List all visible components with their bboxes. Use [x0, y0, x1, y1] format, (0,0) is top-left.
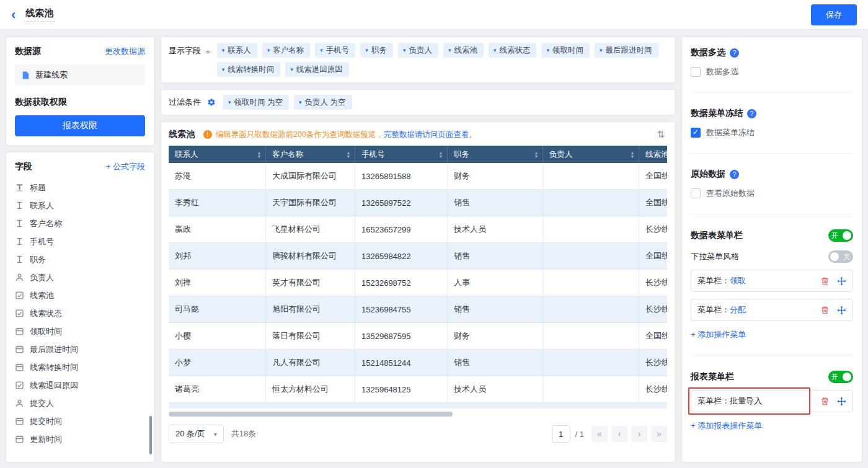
datasource-item[interactable]: 新建线索	[15, 64, 145, 86]
save-button[interactable]: 保存	[811, 4, 857, 25]
column-header[interactable]: 手机号▴▾	[355, 146, 448, 163]
menu-bar-item[interactable]: 菜单栏：领取	[691, 270, 853, 292]
scrollbar-thumb[interactable]	[149, 416, 152, 454]
raw-data-checkbox-row[interactable]: 查看原始数据	[691, 188, 853, 199]
table-row[interactable]: 小梦凡人有限公司15214851244销售长沙线索池	[169, 350, 667, 376]
column-header[interactable]: 职务▴▾	[448, 146, 543, 163]
table-row[interactable]: 李秀红天宇国际有限公司13265897522销售全国线索池	[169, 190, 667, 216]
field-item[interactable]: 提交时间	[15, 412, 145, 430]
table-menu-toggle[interactable]: 开	[828, 229, 853, 242]
page-number-input[interactable]: 1	[552, 425, 570, 443]
field-item[interactable]: 线索转换时间	[15, 358, 145, 376]
prev-page-button[interactable]: ‹	[611, 426, 627, 442]
column-header[interactable]: 联系人▴▾	[169, 146, 266, 163]
add-action-menu-link[interactable]: + 添加操作菜单	[691, 329, 746, 340]
next-page-button[interactable]: ›	[631, 426, 647, 442]
field-chip[interactable]: ▾线索退回原因	[285, 62, 349, 77]
field-chip[interactable]: ▾联系人	[217, 43, 257, 58]
column-header[interactable]: 客户名称▴▾	[266, 146, 355, 163]
column-header[interactable]: 负责人▴▾	[543, 146, 639, 163]
back-button[interactable]: ‹	[11, 8, 16, 22]
column-header[interactable]: 线索池▴▾	[639, 146, 667, 163]
field-chip[interactable]: ▾客户名称	[262, 43, 311, 58]
field-chip[interactable]: ▾线索转换时间	[217, 62, 281, 77]
multi-select-checkbox[interactable]	[691, 67, 701, 77]
dropdown-style-toggle[interactable]: 关	[828, 250, 853, 263]
table-row[interactable]: 刘禅英才有限公司15232698752人事长沙线索池	[169, 270, 667, 296]
field-item[interactable]: 线索池	[15, 286, 145, 304]
first-page-button[interactable]: «	[591, 426, 608, 442]
menu-freeze-checkbox[interactable]	[691, 128, 701, 138]
raw-data-checkbox[interactable]	[691, 188, 701, 198]
field-item[interactable]: 更新时间	[15, 430, 145, 448]
column-sort-icon[interactable]: ▴▾	[347, 151, 350, 159]
chip-label: 线索转换时间	[228, 64, 274, 75]
chip-label: 线索状态	[499, 45, 530, 56]
table-row[interactable]: 小樱落日有限公司13529687595财务全国线索池	[169, 323, 667, 350]
field-chip[interactable]: ▾负责人	[398, 43, 438, 58]
move-icon[interactable]	[837, 397, 846, 406]
move-icon[interactable]	[837, 306, 846, 315]
field-item[interactable]: 联系人	[15, 196, 145, 214]
field-chip[interactable]: ▾手机号	[315, 43, 355, 58]
gear-icon[interactable]	[207, 98, 216, 107]
table-cell: 销售	[448, 350, 543, 376]
help-icon[interactable]: ?	[730, 170, 739, 179]
field-chip[interactable]: ▾线索池	[443, 43, 484, 58]
field-item[interactable]: 手机号	[15, 232, 145, 250]
column-sort-icon[interactable]: ▴▾	[631, 151, 634, 159]
trash-icon[interactable]	[820, 306, 830, 315]
field-item[interactable]: 线索退回原因	[15, 376, 145, 394]
menu-bar-item[interactable]: 菜单栏：分配	[691, 299, 853, 321]
trash-icon[interactable]	[820, 276, 830, 286]
table-row[interactable]: 司马懿旭阳有限公司15236984755销售长沙线索池	[169, 296, 667, 323]
field-item[interactable]: 负责人	[15, 268, 145, 286]
notice-link[interactable]: 完整数据请访问页面查看。	[384, 130, 477, 140]
page-title[interactable]: 线索池	[24, 7, 55, 22]
last-page-button[interactable]: »	[651, 426, 667, 442]
person-icon	[15, 399, 24, 408]
help-icon[interactable]: ?	[730, 48, 739, 58]
h-scrollbar[interactable]	[169, 412, 667, 417]
move-icon[interactable]	[837, 276, 846, 286]
field-item[interactable]: 线索状态	[15, 304, 145, 322]
field-item-label: 线索池	[30, 290, 54, 301]
field-item[interactable]: 最后跟进时间	[15, 340, 145, 358]
sort-order-icon[interactable]: ⇅	[654, 129, 667, 140]
column-sort-icon[interactable]: ▴▾	[258, 151, 260, 159]
change-datasource-link[interactable]: 更改数据源	[105, 46, 145, 57]
field-chip[interactable]: ▾领取时间 为空	[223, 95, 289, 110]
field-item[interactable]: 职务	[15, 250, 145, 268]
field-chip[interactable]: ▾领取时间	[541, 43, 590, 58]
field-chip[interactable]: ▾线索状态	[489, 43, 537, 58]
table-cell: 长沙线索池	[639, 350, 667, 376]
calendar-icon	[15, 417, 24, 426]
field-item[interactable]: 客户名称	[15, 214, 145, 232]
table-cell: 15232698752	[355, 270, 448, 296]
report-permission-button[interactable]: 报表权限	[15, 115, 145, 136]
menu-freeze-checkbox-row[interactable]: 数据菜单冻结	[691, 127, 853, 138]
table-row[interactable]: 嬴政飞星材料公司16523657299技术人员长沙线索池	[169, 216, 667, 243]
table-row[interactable]: 刘邦腾骏材料有限公司13265984822销售全国线索池	[169, 243, 667, 270]
field-item[interactable]: 领取时间	[15, 322, 145, 340]
add-report-action-menu-link[interactable]: + 添加报表操作菜单	[691, 420, 762, 431]
page-size-select[interactable]: 20 条/页 ▾	[169, 425, 224, 443]
left-column: 数据源 更改数据源 新建线索 数据获取权限 报表权限 字段 + 公式字段 标题联…	[6, 37, 154, 462]
field-chip[interactable]: ▾职务	[360, 43, 393, 58]
add-formula-field-link[interactable]: + 公式字段	[106, 161, 145, 172]
field-chip[interactable]: ▾负责人 为空	[294, 95, 352, 110]
report-menu-toggle[interactable]: 开	[828, 371, 853, 383]
help-icon[interactable]: ?	[747, 109, 756, 118]
table-row[interactable]: 苏漫大成国际有限公司13265891588财务全国线索池	[169, 163, 667, 190]
column-sort-icon[interactable]: ▴▾	[440, 151, 442, 159]
field-chip[interactable]: ▾最后跟进时间	[595, 43, 658, 58]
field-item[interactable]: 提交人	[15, 394, 145, 412]
menu-bar-item[interactable]: 菜单栏：批量导入	[691, 390, 853, 412]
add-display-field-button[interactable]: +	[205, 46, 211, 56]
field-item[interactable]: 标题	[15, 179, 145, 196]
column-sort-icon[interactable]: ▴▾	[535, 151, 538, 159]
h-scrollbar-thumb[interactable]	[169, 412, 453, 417]
table-row[interactable]: 诸葛亮恒太方材料公司13259648125技术人员长沙线索池	[169, 376, 667, 403]
multi-select-checkbox-row[interactable]: 数据多选	[691, 66, 853, 77]
trash-icon[interactable]	[820, 397, 830, 406]
